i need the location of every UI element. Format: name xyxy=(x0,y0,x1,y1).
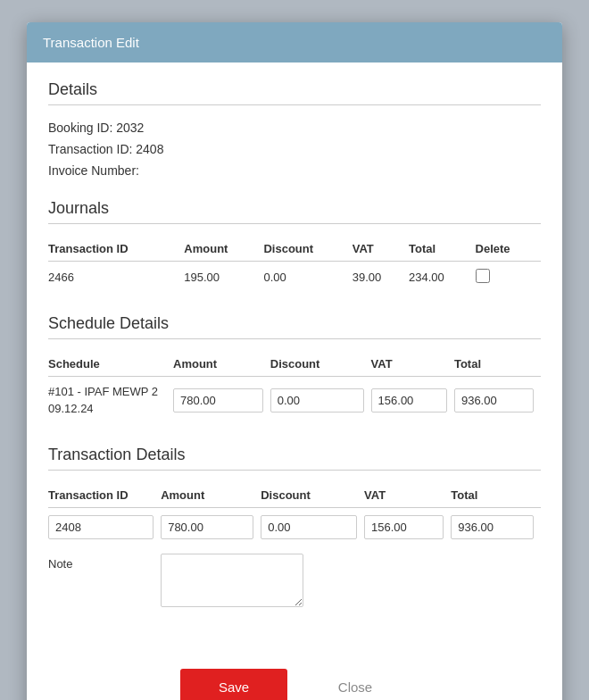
schedule-total-cell[interactable] xyxy=(454,377,541,424)
transaction-id-value: 2408 xyxy=(136,142,163,156)
booking-id-label: Booking ID: xyxy=(48,121,112,135)
td-col-transaction-id: Transaction ID xyxy=(48,483,161,508)
modal-title: Transaction Edit xyxy=(43,35,139,50)
td-col-vat: VAT xyxy=(364,483,451,508)
details-title: Details xyxy=(48,80,541,99)
table-row: #101 - IPAF MEWP 2 09.12.24 xyxy=(48,377,541,424)
journals-col-amount: Amount xyxy=(184,237,263,262)
schedule-discount-input[interactable] xyxy=(270,388,364,412)
journals-amount: 195.00 xyxy=(184,262,263,294)
note-textarea[interactable] xyxy=(161,554,303,607)
transaction-edit-modal: Transaction Edit Details Booking ID: 203… xyxy=(27,22,562,700)
journals-title: Journals xyxy=(48,199,541,218)
journals-section: Journals Transaction ID Amount Discount … xyxy=(48,199,541,293)
invoice-number-label: Invoice Number: xyxy=(48,163,139,178)
td-vat-input[interactable] xyxy=(364,515,444,539)
td-col-discount: Discount xyxy=(261,483,364,508)
schedule-title: Schedule Details xyxy=(48,314,541,333)
td-amount-cell[interactable] xyxy=(161,507,261,546)
journals-col-delete: Delete xyxy=(476,237,541,262)
journals-table: Transaction ID Amount Discount VAT Total… xyxy=(48,237,541,293)
schedule-divider xyxy=(48,338,541,339)
schedule-discount-cell[interactable] xyxy=(270,377,371,424)
journals-col-transaction-id: Transaction ID xyxy=(48,237,184,262)
journals-col-total: Total xyxy=(409,237,476,262)
td-total-input[interactable] xyxy=(451,515,534,539)
booking-id-line: Booking ID: 2032 xyxy=(48,118,541,139)
td-discount-input[interactable] xyxy=(261,515,357,539)
journals-discount: 0.00 xyxy=(263,262,352,294)
invoice-number-line: Invoice Number: xyxy=(48,161,541,182)
journals-vat: 39.00 xyxy=(353,262,409,294)
booking-id-value: 2032 xyxy=(116,121,144,135)
transaction-id-line: Transaction ID: 2408 xyxy=(48,139,541,161)
schedule-col-discount: Discount xyxy=(270,352,371,377)
transaction-details-title: Transaction Details xyxy=(48,446,541,464)
td-col-amount: Amount xyxy=(161,483,261,508)
schedule-table: Schedule Amount Discount VAT Total #101 … xyxy=(48,352,541,423)
modal-header: Transaction Edit xyxy=(27,22,562,62)
transaction-details-divider xyxy=(48,470,541,471)
table-row xyxy=(48,507,541,546)
modal-footer: Save Close xyxy=(27,660,562,700)
journals-divider xyxy=(48,223,541,224)
schedule-name: #101 - IPAF MEWP 2 09.12.24 xyxy=(48,377,173,424)
note-label: Note xyxy=(48,546,161,617)
td-transaction-id-cell[interactable] xyxy=(48,507,161,546)
journals-col-discount: Discount xyxy=(263,237,352,262)
schedule-col-amount: Amount xyxy=(173,352,270,377)
schedule-col-vat: VAT xyxy=(371,352,454,377)
schedule-header-row: Schedule Amount Discount VAT Total xyxy=(48,352,541,377)
td-amount-input[interactable] xyxy=(161,515,253,539)
table-row: 2466 195.00 0.00 39.00 234.00 xyxy=(48,262,541,294)
delete-checkbox[interactable] xyxy=(476,269,490,283)
details-section: Details Booking ID: 2032 Transaction ID:… xyxy=(48,80,541,181)
close-button[interactable]: Close xyxy=(302,669,409,700)
journals-col-vat: VAT xyxy=(353,237,409,262)
td-transaction-id-input[interactable] xyxy=(48,515,153,539)
schedule-total-input[interactable] xyxy=(454,388,534,412)
schedule-amount-cell[interactable] xyxy=(173,377,270,424)
td-total-cell[interactable] xyxy=(451,507,541,546)
save-button[interactable]: Save xyxy=(180,669,287,700)
schedule-vat-input[interactable] xyxy=(371,388,447,412)
note-row: Note xyxy=(48,546,541,617)
details-info: Booking ID: 2032 Transaction ID: 2408 In… xyxy=(48,118,541,181)
transaction-details-table: Transaction ID Amount Discount VAT Total xyxy=(48,483,541,617)
details-divider xyxy=(48,104,541,105)
schedule-col-total: Total xyxy=(454,352,541,377)
journals-delete[interactable] xyxy=(476,262,541,294)
transaction-details-section: Transaction Details Transaction ID Amoun… xyxy=(48,446,541,617)
td-col-total: Total xyxy=(451,483,541,508)
transaction-details-header-row: Transaction ID Amount Discount VAT Total xyxy=(48,483,541,508)
schedule-amount-input[interactable] xyxy=(173,388,263,412)
journals-transaction-id: 2466 xyxy=(48,262,184,294)
note-cell[interactable] xyxy=(161,546,541,617)
td-vat-cell[interactable] xyxy=(364,507,451,546)
td-discount-cell[interactable] xyxy=(261,507,364,546)
schedule-details-section: Schedule Details Schedule Amount Discoun… xyxy=(48,314,541,423)
schedule-vat-cell[interactable] xyxy=(371,377,454,424)
journals-total: 234.00 xyxy=(409,262,476,294)
schedule-col-schedule: Schedule xyxy=(48,352,173,377)
journals-header-row: Transaction ID Amount Discount VAT Total… xyxy=(48,237,541,262)
transaction-id-label: Transaction ID: xyxy=(48,142,132,156)
modal-body: Details Booking ID: 2032 Transaction ID:… xyxy=(27,62,562,660)
